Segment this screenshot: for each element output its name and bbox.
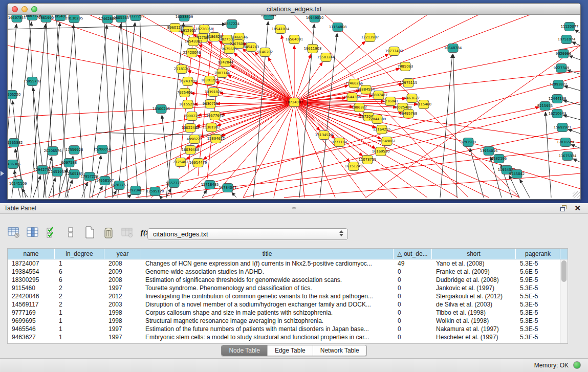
column-header-outde[interactable]: △ out_de... bbox=[394, 249, 432, 259]
vertical-scrollbar[interactable] bbox=[560, 259, 568, 343]
table-row[interactable]: 2242004622012Investigating the contribut… bbox=[8, 292, 568, 300]
table-row[interactable]: 977716911998Corpus callosum shape and si… bbox=[8, 309, 568, 317]
scrollbar-thumb[interactable] bbox=[561, 260, 567, 282]
graph-node[interactable]: 11120377 bbox=[561, 23, 579, 31]
column-header-title[interactable]: title bbox=[141, 249, 394, 259]
graph-node[interactable]: 17466266 bbox=[345, 79, 363, 88]
graph-node[interactable]: 18130295 bbox=[66, 15, 83, 23]
table-row[interactable]: 1830029562008Estimation of significance … bbox=[8, 276, 568, 284]
table-row[interactable]: 1872400712008Changes of HCN gene express… bbox=[8, 259, 568, 268]
graph-node[interactable]: 7857224 bbox=[224, 20, 239, 29]
graph-node[interactable]: 19751074 bbox=[558, 35, 576, 44]
graph-node[interactable]: 17016504 bbox=[557, 138, 575, 147]
graph-node[interactable]: 9657771 bbox=[166, 179, 182, 188]
graph-node[interactable]: 16648784 bbox=[444, 44, 462, 53]
table-cell: 1997 bbox=[104, 333, 141, 341]
memory-status-icon[interactable] bbox=[573, 361, 581, 369]
graph-node[interactable]: 16677642 bbox=[206, 112, 224, 120]
graph-node[interactable]: 8183044 bbox=[261, 15, 276, 20]
graph-node[interactable]: 20206576 bbox=[44, 147, 62, 156]
graph-node[interactable]: 12093822 bbox=[550, 80, 568, 89]
graph-node[interactable]: 25206056 bbox=[94, 145, 112, 154]
graph-node[interactable]: 2718120 bbox=[174, 65, 189, 74]
graph-node[interactable]: 18605220 bbox=[8, 91, 20, 99]
graph-node[interactable]: 18327253 bbox=[127, 15, 145, 21]
column-header-short[interactable]: short bbox=[432, 249, 516, 259]
graph-node[interactable]: 8632196 bbox=[491, 155, 507, 163]
table-row[interactable]: 1938455462009Genome-wide association stu… bbox=[8, 268, 568, 276]
network-canvas[interactable]: 1872400789601238912955182260589827503165… bbox=[8, 15, 580, 199]
graph-node[interactable]: 16033809 bbox=[176, 15, 193, 21]
tab-network-table[interactable]: Network Table bbox=[313, 345, 366, 356]
graph-node[interactable]: 16169530 bbox=[372, 147, 390, 156]
graph-node[interactable]: 19384554 bbox=[357, 85, 375, 94]
graph-node[interactable]: 18301293 bbox=[201, 76, 219, 85]
graph-node[interactable]: 18226058 bbox=[195, 25, 213, 34]
graph-node[interactable]: 8215955 bbox=[537, 102, 553, 111]
table-row[interactable]: 1456911722003Disruption of a novel membe… bbox=[8, 300, 568, 309]
network-window-titlebar[interactable]: citations_edges.txt bbox=[8, 4, 580, 15]
graph-node[interactable]: 16949010 bbox=[306, 15, 324, 23]
graph-node[interactable]: 9227349 bbox=[554, 64, 569, 73]
graph-node[interactable]: 10022488 bbox=[182, 124, 200, 133]
graph-node[interactable]: 9463627 bbox=[404, 94, 420, 103]
graph-node[interactable]: 4998222 bbox=[187, 135, 202, 144]
column-header-indegree[interactable]: in_degree bbox=[55, 249, 104, 259]
select-rows-icon[interactable] bbox=[45, 226, 58, 239]
table-row[interactable]: 911546021997Tourette syndrome. Phenomeno… bbox=[8, 284, 568, 292]
graph-node[interactable]: 16914479 bbox=[189, 159, 207, 167]
collapsed-panel-arrow-icon[interactable] bbox=[1, 171, 4, 176]
network-graph[interactable]: 1872400789601238912955182260589827503165… bbox=[8, 15, 580, 199]
table-settings-icon[interactable] bbox=[7, 226, 20, 239]
table-row[interactable]: 946362711997Embryonic stem cells: a mode… bbox=[8, 333, 568, 341]
float-window-icon[interactable] bbox=[560, 205, 568, 212]
graph-node[interactable]: 11154808 bbox=[329, 23, 347, 32]
row-height-icon[interactable] bbox=[64, 226, 77, 239]
new-column-icon[interactable] bbox=[83, 226, 96, 239]
graph-node[interactable]: 12444138 bbox=[549, 95, 567, 103]
graph-node[interactable]: 8990225 bbox=[184, 112, 200, 121]
graph-node[interactable]: 6216041 bbox=[383, 97, 398, 106]
delete-column-icon[interactable] bbox=[102, 226, 115, 239]
graph-node[interactable]: 16210643 bbox=[549, 110, 567, 118]
graph-node[interactable]: 18300295 bbox=[153, 105, 170, 114]
window-resize-grip[interactable] bbox=[573, 191, 580, 199]
graph-node[interactable]: 6791909 bbox=[461, 138, 476, 147]
column-header-name[interactable]: name bbox=[8, 249, 55, 259]
graph-node[interactable]: 9115460 bbox=[416, 100, 431, 109]
graph-node[interactable]: 12164255 bbox=[373, 125, 391, 134]
select-columns-icon[interactable] bbox=[26, 226, 39, 239]
graph-node-label: 15583244 bbox=[317, 55, 335, 59]
column-header-pagerank[interactable]: pagerank bbox=[516, 249, 560, 259]
tab-edge-table[interactable]: Edge Table bbox=[268, 345, 313, 356]
panel-splitter-handle[interactable] bbox=[292, 207, 296, 209]
graph-node[interactable]: 10541109 bbox=[9, 180, 27, 188]
graph-node[interactable]: 16564091 bbox=[286, 35, 303, 44]
graph-node[interactable]: 15055702 bbox=[24, 77, 41, 86]
table-selector-dropdown[interactable]: citations_edges.txt bbox=[147, 228, 348, 240]
graph-node[interactable]: 12213987 bbox=[361, 33, 379, 42]
graph-node[interactable]: 9436305 bbox=[8, 160, 20, 169]
graph-node[interactable]: 19611903 bbox=[304, 45, 322, 53]
graph-node[interactable]: 15583244 bbox=[317, 53, 335, 62]
table-row[interactable]: 946554611997Estimation of the future num… bbox=[8, 325, 568, 333]
tab-node-table[interactable]: Node Table bbox=[222, 345, 268, 356]
graph-node[interactable]: 7485063 bbox=[398, 62, 413, 71]
graph-node[interactable]: 10807487 bbox=[370, 91, 388, 100]
graph-node[interactable]: 15692971 bbox=[554, 123, 572, 132]
graph-node[interactable]: 17359928 bbox=[66, 146, 83, 155]
graph-node[interactable]: 9146202 bbox=[257, 48, 273, 57]
graph-node[interactable]: 9097588 bbox=[61, 159, 77, 167]
column-header-year[interactable]: year bbox=[104, 249, 141, 259]
close-icon[interactable]: ✕ bbox=[574, 204, 581, 213]
graph-node[interactable]: 15134518 bbox=[315, 131, 333, 140]
graph-node[interactable]: 16734041 bbox=[219, 184, 237, 192]
graph-node[interactable]: 11073755 bbox=[359, 156, 377, 164]
table-row[interactable]: 969969511998Structural magnetic resonanc… bbox=[8, 317, 568, 325]
graph-node[interactable]: 7925406 bbox=[177, 89, 192, 97]
graph-node[interactable]: 12975115 bbox=[400, 79, 418, 87]
graph-node[interactable]: 12923485 bbox=[127, 186, 145, 195]
graph-node[interactable]: 10243700 bbox=[179, 77, 197, 86]
graph-node[interactable]: 18541034 bbox=[272, 25, 290, 34]
graph-node[interactable]: 9329966 bbox=[556, 50, 571, 58]
